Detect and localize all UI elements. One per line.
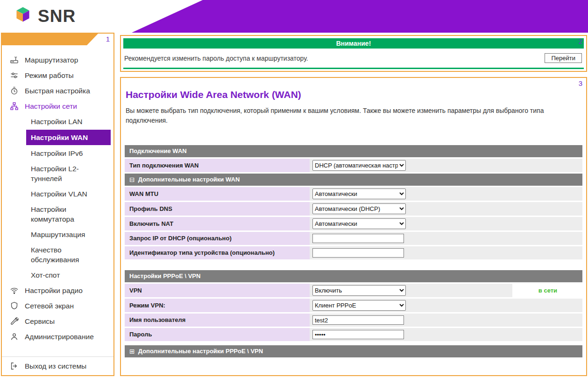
user-icon	[9, 332, 19, 341]
field-label: Тип подключения WAN	[125, 159, 310, 172]
snr-logo-icon	[12, 5, 34, 27]
field-label: Пароль	[125, 328, 310, 341]
sidebar-item-label: Выход из системы	[25, 362, 86, 370]
go-button[interactable]: Перейти	[545, 53, 582, 63]
sidebar-item-wan[interactable]: Настройки WAN	[26, 130, 111, 145]
wrench-icon	[9, 317, 19, 326]
header-purple-band	[132, 0, 588, 33]
sidebar-item-logout[interactable]: Выход из системы	[2, 356, 113, 375]
field-value	[310, 232, 582, 245]
sidebar-item-lan[interactable]: Настройки LAN	[2, 114, 113, 129]
warning-message: Рекомендуется изменить пароль доступа к …	[124, 55, 308, 62]
sidebar-item-label: Настройки L2-туннелей	[31, 165, 79, 182]
sidebar-item-label: Настройки сети	[25, 101, 77, 111]
sidebar-item-hotspot[interactable]: Хот-спот	[2, 267, 113, 283]
vpn-enable-select[interactable]: Включить	[312, 285, 406, 296]
sidebar-menu: Маршрутизатор Режим работы	[2, 52, 113, 375]
sidebar-spacer	[2, 344, 113, 354]
field-label: Запрос IP от DHCP (опционально)	[125, 232, 310, 245]
field-value: Автоматически	[310, 187, 582, 201]
sidebar-item-label: Быстрая настройка	[25, 86, 90, 96]
sidebar-orange-tab	[2, 34, 98, 45]
sidebar-item-label: Настройки IPv6	[31, 149, 83, 157]
wan-mtu-select[interactable]: Автоматически	[312, 188, 406, 199]
nat-enable-select[interactable]: Автоматически	[312, 218, 406, 229]
brand-name: SNR	[38, 7, 76, 25]
sidebar-item-label: Администрирование	[25, 332, 94, 342]
field-value: Автоматически	[310, 217, 582, 230]
field-value: Клиент PPPoE	[310, 299, 582, 312]
field-label: VPN	[125, 284, 310, 297]
sidebar-item-l2-tunnels[interactable]: Настройки L2-туннелей	[2, 161, 113, 186]
sidebar-item-label: Настройки коммутатора	[31, 205, 74, 223]
username-input[interactable]	[312, 315, 404, 325]
table-row: Включить NAT Автоматически	[125, 217, 582, 230]
logout-icon	[9, 362, 19, 370]
dns-profile-select[interactable]: Автоматически (DHCP)	[312, 203, 406, 214]
sidebar-item-label: Настройки WAN	[31, 133, 88, 141]
sidebar-item-admin[interactable]: Администрирование	[2, 329, 113, 344]
sidebar-item-firewall[interactable]: Сетевой экран	[2, 298, 113, 314]
page-title: Настройки Wide Area Network (WAN)	[126, 89, 582, 100]
sidebar-item-network[interactable]: Настройки сети	[2, 98, 113, 114]
collapse-icon[interactable]: ⊟	[129, 176, 135, 183]
field-value: DHCP (автоматическая настройка)	[310, 159, 582, 172]
table-row: Имя пользователя	[125, 314, 582, 327]
table-row: Режим VPN: Клиент PPPoE	[125, 299, 582, 312]
sidebar-item-label: Качество обслуживания	[31, 246, 79, 264]
field-value	[310, 314, 582, 327]
sidebar-item-services[interactable]: Сервисы	[2, 314, 113, 329]
section-header-pppoe: Настройки PPPoE \ VPN	[125, 270, 582, 282]
sidebar-item-label: Настройки VLAN	[31, 190, 87, 198]
sidebar-item-switch[interactable]: Настройки коммутатора	[2, 202, 113, 227]
panel-label-3: 3	[579, 79, 582, 87]
snr-logo: SNR	[12, 5, 76, 27]
sidebar-item-label: Хот-спот	[31, 271, 60, 279]
sidebar-item-quick-setup[interactable]: Быстрая настройка	[2, 83, 113, 98]
table-row: Профиль DNS Автоматически (DHCP)	[125, 202, 582, 216]
panel-label-1: 1	[106, 35, 110, 43]
section-header-pppoe-advanced[interactable]: ⊞ Дополнительные настройки PPPoE \ VPN	[125, 345, 582, 357]
sidebar-item-radio[interactable]: Настройки радио	[2, 283, 113, 298]
sidebar-item-ipv6[interactable]: Настройки IPv6	[2, 146, 113, 161]
vpn-mode-select[interactable]: Клиент PPPoE	[312, 300, 406, 311]
device-type-id-input[interactable]	[312, 248, 404, 258]
warning-title: Внимание!	[123, 38, 584, 49]
dhcp-ip-request-input[interactable]	[312, 234, 404, 243]
table-row: Пароль	[125, 328, 582, 341]
page-layout: 1 Маршрутизатор	[0, 33, 588, 377]
wan-settings-table: Подключение WAN Тип подключения WAN DHCP…	[125, 145, 582, 359]
section-header-wan-advanced[interactable]: ⊟ Дополнительные настройки WAN	[125, 174, 582, 186]
sidebar: 1 Маршрутизатор	[1, 33, 114, 376]
field-value: Включить	[310, 284, 512, 297]
field-label: Имя пользователя	[125, 314, 310, 327]
green-divider	[123, 68, 584, 69]
network-icon	[9, 102, 19, 111]
sidebar-item-mode[interactable]: Режим работы	[2, 68, 113, 83]
wan-type-select[interactable]: DHCP (автоматическая настройка)	[312, 160, 406, 171]
table-row: Тип подключения WAN DHCP (автоматическая…	[125, 159, 582, 172]
field-label: Идентификатор типа устройства (опциональ…	[125, 246, 310, 259]
panel-label-2: 2	[579, 37, 582, 45]
sidebar-item-qos[interactable]: Качество обслуживания	[2, 242, 113, 267]
sidebar-item-vlan[interactable]: Настройки VLAN	[2, 186, 113, 202]
field-value	[310, 328, 582, 341]
expand-icon[interactable]: ⊞	[129, 348, 135, 355]
app-header: SNR	[0, 0, 588, 33]
sidebar-item-label: Сервисы	[25, 316, 55, 326]
sidebar-item-label: Настройки радио	[25, 286, 83, 295]
password-input[interactable]	[312, 330, 404, 339]
shield-icon	[9, 301, 19, 310]
sidebar-item-label: Режим работы	[25, 70, 74, 80]
password-warning-panel: 2 Внимание! Рекомендуется изменить парол…	[120, 35, 587, 72]
sidebar-item-routing[interactable]: Маршрутизация	[2, 227, 113, 242]
main-area: 2 Внимание! Рекомендуется изменить парол…	[120, 33, 587, 376]
sidebar-item-label: Маршрутизатор	[25, 55, 78, 65]
table-row: VPN Включить в сети	[125, 284, 582, 297]
field-label: Включить NAT	[125, 217, 310, 230]
wifi-icon	[9, 286, 19, 295]
sidebar-item-router[interactable]: Маршрутизатор	[2, 52, 113, 68]
field-label: Профиль DNS	[125, 202, 310, 216]
section-header-connection: Подключение WAN	[125, 145, 582, 157]
sidebar-item-label: Маршрутизация	[31, 230, 85, 238]
